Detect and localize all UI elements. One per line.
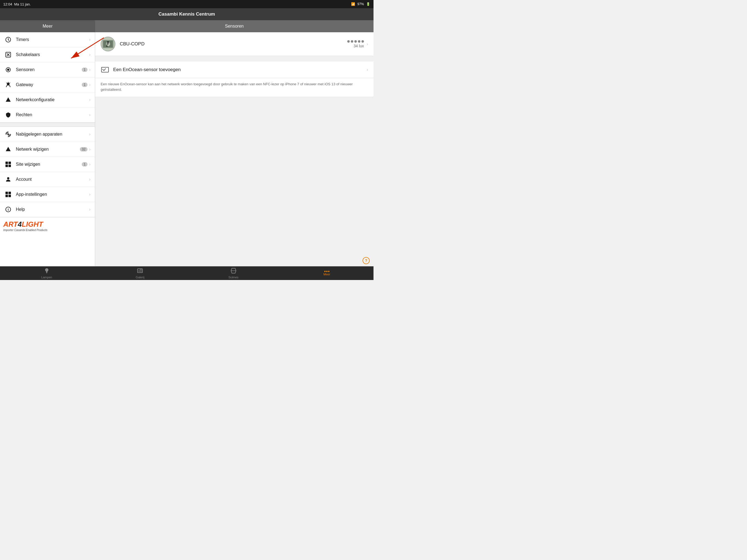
chevron-right-icon: › bbox=[89, 207, 91, 212]
svg-rect-13 bbox=[8, 164, 11, 167]
sidebar-item-nabijgelegen[interactable]: Nabijgelegen apparaten › bbox=[0, 127, 95, 142]
sidebar-item-sensoren[interactable]: Sensoren 1 › bbox=[0, 62, 95, 77]
scenes-icon bbox=[231, 268, 236, 275]
gallery-icon: A bbox=[137, 268, 143, 275]
sidebar: Timers › Schakelaars › Sensoren bbox=[0, 32, 95, 266]
sensoren-label: Sensoren bbox=[16, 67, 82, 72]
device-card[interactable]: CBU-COPD 34 lux › bbox=[95, 32, 374, 56]
nabijgelegen-label: Nabijgelegen apparaten bbox=[16, 132, 89, 137]
more-dot-1 bbox=[324, 271, 326, 272]
help-label: Help bbox=[16, 207, 89, 212]
netwerkconfiguratie-label: Netwerkconfiguratie bbox=[16, 97, 89, 102]
tab-lampen[interactable]: Lampen bbox=[0, 266, 94, 280]
content-area: CBU-COPD 34 lux › bbox=[95, 32, 374, 266]
gateway-icon bbox=[4, 81, 12, 88]
svg-rect-18 bbox=[8, 195, 11, 197]
meer-header: Meer bbox=[0, 20, 95, 32]
app-header: Casambi Kennis Centrum bbox=[0, 8, 374, 20]
chevron-right-icon: › bbox=[89, 132, 91, 137]
svg-rect-11 bbox=[8, 161, 11, 164]
sidebar-item-netwerk-wijzigen[interactable]: Netwerk wijzigen 32 › bbox=[0, 142, 95, 157]
add-sensor-description: Een nieuwe EnOcean-sensor kan aan het ne… bbox=[95, 78, 374, 97]
status-time-date: 12:04 Ma 11 jan. bbox=[3, 2, 31, 6]
sidebar-item-site-wijzigen[interactable]: Site wijzigen 1 › bbox=[0, 157, 95, 172]
chevron-right-icon: › bbox=[89, 112, 91, 117]
sensoren-badge: 1 bbox=[82, 68, 87, 72]
sidebar-item-timers[interactable]: Timers › bbox=[0, 32, 95, 47]
sensoren-header: Sensoren bbox=[95, 20, 374, 32]
chevron-right-icon: › bbox=[89, 192, 91, 197]
network-change-icon bbox=[4, 146, 12, 153]
sidebar-item-gateway[interactable]: Gateway 1 › bbox=[0, 77, 95, 93]
timers-label: Timers bbox=[16, 37, 89, 42]
device-dot-2 bbox=[351, 40, 353, 43]
more-icon bbox=[324, 271, 330, 272]
device-name: CBU-COPD bbox=[120, 41, 347, 47]
account-label: Account bbox=[16, 177, 89, 182]
tab-galerij[interactable]: A Galerij bbox=[94, 266, 187, 280]
svg-rect-12 bbox=[5, 164, 8, 167]
logo-tagline: Importer Casambi Enabled Products bbox=[3, 229, 92, 232]
main-layout: Timers › Schakelaars › Sensoren bbox=[0, 32, 374, 266]
device-dots bbox=[347, 40, 364, 43]
add-sensor-row[interactable]: Een EnOcean-sensor toevoegen › bbox=[95, 61, 374, 78]
add-sensor-chevron-icon: › bbox=[367, 67, 368, 72]
tab-scenes-label: Scènes bbox=[228, 276, 238, 279]
svg-rect-10 bbox=[5, 161, 8, 164]
app-title: Casambi Kennis Centrum bbox=[159, 11, 215, 17]
site-icon bbox=[4, 160, 12, 168]
svg-rect-15 bbox=[5, 192, 8, 194]
help-icon: i bbox=[4, 206, 12, 213]
tab-meer-label: Meer bbox=[324, 273, 330, 276]
switch-icon bbox=[4, 51, 12, 58]
section-gap bbox=[95, 56, 374, 61]
schakelaars-label: Schakelaars bbox=[16, 52, 89, 57]
device-dot-1 bbox=[347, 40, 350, 43]
svg-marker-9 bbox=[6, 147, 11, 151]
add-sensor-icon bbox=[101, 66, 109, 74]
site-wijzigen-label: Site wijzigen bbox=[16, 162, 82, 167]
tab-galerij-label: Galerij bbox=[136, 276, 145, 279]
svg-rect-25 bbox=[101, 67, 108, 72]
chevron-right-icon: › bbox=[89, 97, 91, 102]
svg-marker-7 bbox=[6, 97, 11, 102]
more-dot-2 bbox=[326, 271, 328, 272]
sensor-icon bbox=[4, 66, 12, 74]
sidebar-item-help[interactable]: i Help › bbox=[0, 202, 95, 217]
sidebar-item-netwerkconfiguratie[interactable]: Netwerkconfiguratie › bbox=[0, 93, 95, 107]
tab-scenes[interactable]: Scènes bbox=[187, 266, 280, 280]
sidebar-item-app-instellingen[interactable]: App-instellingen › bbox=[0, 187, 95, 202]
add-sensor-label: Een EnOcean-sensor toevoegen bbox=[113, 67, 367, 73]
account-icon bbox=[4, 176, 12, 183]
app-instellingen-label: App-instellingen bbox=[16, 192, 89, 197]
sidebar-item-account[interactable]: Account › bbox=[0, 172, 95, 187]
rights-icon bbox=[4, 111, 12, 119]
sidebar-item-rechten[interactable]: Rechten › bbox=[0, 107, 95, 123]
chevron-right-icon: › bbox=[89, 82, 91, 87]
svg-point-8 bbox=[7, 133, 9, 135]
device-chevron-icon: › bbox=[367, 42, 368, 47]
netwerk-wijzigen-label: Netwerk wijzigen bbox=[16, 147, 80, 152]
chevron-right-icon: › bbox=[89, 67, 91, 72]
gateway-badge: 1 bbox=[82, 82, 87, 87]
help-circle-button[interactable]: ? bbox=[363, 257, 370, 264]
logo-area: ART4LIGHT Importer Casambi Enabled Produ… bbox=[0, 217, 95, 234]
device-dot-3 bbox=[354, 40, 357, 43]
tab-meer[interactable]: Meer bbox=[280, 270, 374, 277]
svg-text:A: A bbox=[138, 270, 140, 272]
nearby-icon bbox=[4, 130, 12, 138]
sidebar-item-schakelaars[interactable]: Schakelaars › bbox=[0, 47, 95, 62]
device-dot-4 bbox=[358, 40, 360, 43]
device-lux: 34 lux bbox=[354, 44, 364, 48]
svg-point-4 bbox=[7, 69, 9, 71]
gateway-label: Gateway bbox=[16, 82, 82, 87]
chevron-right-icon: › bbox=[89, 147, 91, 152]
tab-lampen-label: Lampen bbox=[41, 276, 52, 279]
add-sensor-card: Een EnOcean-sensor toevoegen › Een nieuw… bbox=[95, 61, 374, 97]
lamp-icon bbox=[44, 268, 50, 275]
chevron-right-icon: › bbox=[89, 52, 91, 57]
more-dot-3 bbox=[328, 271, 330, 272]
site-wijzigen-badge: 1 bbox=[82, 162, 87, 167]
status-right: 📶 97% 🔋 bbox=[351, 2, 370, 6]
battery-icon: 🔋 bbox=[366, 2, 370, 6]
